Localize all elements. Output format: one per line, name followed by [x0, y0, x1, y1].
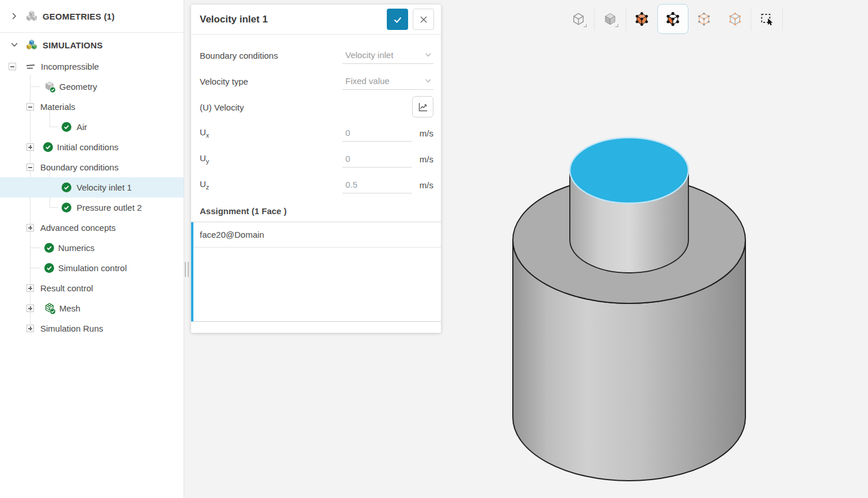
tree-item-initial-conditions[interactable]: Initial conditions — [0, 137, 184, 157]
select-volumes-icon — [634, 12, 649, 26]
tree-item-result-control[interactable]: Result control — [0, 278, 184, 298]
mesh-icon — [43, 302, 57, 315]
velocity-inlet-properties-panel: Velocity inlet 1 Boundary conditions Vel… — [191, 5, 441, 333]
velocity-inlet-face-highlight — [570, 138, 688, 203]
field-label: Boundary conditions — [200, 50, 278, 60]
field-label: U — [200, 127, 206, 137]
tree-item-label: Incompressible — [41, 62, 99, 71]
field-label-subscript: y — [206, 158, 210, 165]
chevron-right-icon — [9, 11, 20, 21]
collapse-icon[interactable] — [26, 103, 34, 111]
collapse-icon[interactable] — [26, 164, 34, 171]
simulations-section[interactable]: SIMULATIONS — [0, 33, 184, 56]
geometry-cube-icon — [43, 80, 57, 94]
collapse-icon[interactable] — [9, 63, 16, 70]
tree-item-boundary-conditions[interactable]: Boundary conditions — [0, 157, 184, 177]
box-select-cursor-icon — [759, 12, 774, 26]
geometries-section[interactable]: GEOMETRIES (1) — [0, 0, 184, 33]
tree-item-label: Velocity inlet 1 — [77, 183, 132, 192]
tree-item-label: Mesh — [59, 303, 81, 313]
geometries-cubes-icon — [25, 10, 38, 22]
close-button[interactable] — [413, 9, 434, 30]
dropdown-corner-icon — [615, 24, 618, 27]
select-edges-button[interactable] — [688, 4, 719, 34]
unit-label: m/s — [420, 128, 433, 138]
field-row-ux: Ux 0 m/s — [191, 120, 441, 146]
chevron-down-icon — [424, 51, 432, 59]
tree-item-air[interactable]: Air — [0, 117, 184, 137]
tree-item-label: Pressure outlet 2 — [77, 203, 142, 212]
box-select-button[interactable] — [751, 4, 782, 34]
unit-label: m/s — [420, 154, 433, 164]
assignment-item-face20[interactable]: face20@Domain — [191, 222, 441, 248]
select-volumes-button[interactable] — [626, 4, 657, 34]
field-row-boundary-conditions: Boundary conditions Velocity inlet — [191, 42, 441, 68]
tree-item-velocity-inlet-1[interactable]: Velocity inlet 1 — [0, 177, 184, 197]
expand-icon[interactable] — [26, 305, 34, 312]
uz-input[interactable]: 0.5 — [342, 176, 412, 193]
velocity-chart-button[interactable] — [412, 96, 433, 117]
tree-item-label: Numerics — [58, 243, 94, 253]
tree-item-geometry[interactable]: Geometry — [0, 77, 184, 97]
expand-icon[interactable] — [26, 143, 34, 151]
ux-input[interactable]: 0 — [342, 124, 412, 142]
chevron-down-icon — [424, 77, 432, 85]
field-row-uy: Uy 0 m/s — [191, 146, 441, 172]
select-vertices-icon — [728, 12, 743, 26]
sidebar-resize-handle[interactable] — [185, 262, 189, 277]
selection-toolbar — [563, 3, 783, 35]
apply-button[interactable] — [387, 9, 408, 30]
tree-item-simulation-runs[interactable]: Simulation Runs — [0, 318, 184, 339]
select-faces-button[interactable] — [657, 4, 688, 34]
simulations-cubes-icon — [25, 39, 38, 51]
check-complete-icon — [62, 183, 71, 192]
assignment-header: Assignment (1 Face ) — [191, 197, 441, 222]
check-complete-icon — [44, 243, 54, 253]
incompressible-icon — [25, 61, 36, 73]
scene-tree-sidebar: GEOMETRIES (1) SIMULATIONS Incompressibl… — [0, 0, 184, 498]
toolbar-separator — [782, 7, 783, 31]
expand-icon[interactable] — [26, 224, 34, 231]
assignment-list: face20@Domain — [191, 222, 441, 322]
tree-item-simulation-control[interactable]: Simulation control — [0, 258, 184, 278]
panel-body: Boundary conditions Velocity inlet Veloc… — [191, 35, 441, 322]
tree-item-incompressible[interactable]: Incompressible — [0, 56, 184, 77]
select-vertices-button[interactable] — [719, 4, 751, 34]
field-label: U — [200, 153, 206, 163]
field-label: Velocity type — [200, 76, 248, 86]
tree-item-label: Boundary conditions — [40, 162, 119, 172]
simulation-tree: Incompressible Geometry Materials Air — [0, 56, 184, 339]
tree-item-pressure-outlet-2[interactable]: Pressure outlet 2 — [0, 197, 184, 218]
velocity-type-select[interactable]: Fixed value — [342, 72, 433, 90]
chart-icon — [417, 101, 429, 113]
tree-item-numerics[interactable]: Numerics — [0, 238, 184, 258]
expand-icon[interactable] — [26, 284, 34, 292]
input-value: 0 — [345, 128, 350, 138]
check-complete-icon — [62, 122, 71, 132]
tree-item-mesh[interactable]: Mesh — [0, 298, 184, 318]
input-value: 0.5 — [345, 180, 357, 189]
selected-value: Velocity inlet — [345, 50, 393, 60]
tree-item-materials[interactable]: Materials — [0, 97, 184, 117]
tree-item-label: Initial conditions — [57, 142, 119, 152]
input-value: 0 — [345, 154, 350, 164]
geometry-view-button[interactable] — [563, 4, 594, 34]
assignment-selection-stripe — [191, 222, 193, 321]
close-icon — [420, 16, 428, 24]
check-icon — [393, 14, 403, 25]
chevron-down-icon — [9, 40, 20, 50]
check-complete-icon — [44, 263, 54, 273]
check-complete-icon — [62, 203, 71, 212]
check-complete-icon — [43, 142, 53, 152]
tree-item-label: Simulation Runs — [40, 324, 103, 333]
uy-input[interactable]: 0 — [342, 150, 412, 168]
boundary-conditions-select[interactable]: Velocity inlet — [342, 46, 433, 64]
select-edges-icon — [696, 12, 711, 26]
expand-icon[interactable] — [26, 325, 34, 332]
dropdown-corner-icon — [584, 24, 587, 27]
tree-item-label: Result control — [40, 283, 93, 293]
field-label: (U) Velocity — [200, 102, 244, 112]
shading-mode-button[interactable] — [595, 4, 626, 34]
tree-item-advanced-concepts[interactable]: Advanced concepts — [0, 218, 184, 238]
field-label-subscript: x — [206, 132, 210, 139]
